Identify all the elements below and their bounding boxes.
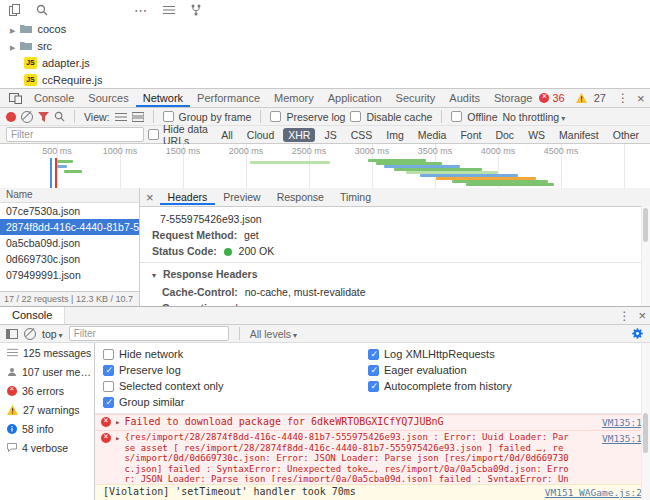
tab-console-drawer[interactable]: Console <box>0 307 65 324</box>
fork-icon[interactable] <box>191 4 201 16</box>
filter-type-manifest[interactable]: Manifest <box>554 128 604 142</box>
sidebar-item-user-messages[interactable]: 107 user messages <box>0 362 94 381</box>
network-overview-timeline[interactable]: 500 ms 1000 ms 1500 ms 2000 ms 2500 ms 3… <box>0 144 650 189</box>
search-icon[interactable] <box>54 111 65 122</box>
console-sidebar-toggle-icon[interactable] <box>6 329 18 339</box>
clear-icon[interactable] <box>21 111 33 123</box>
disable-cache-checkbox[interactable] <box>350 111 361 122</box>
tab-timing[interactable]: Timing <box>332 189 379 205</box>
network-filter-input[interactable] <box>6 127 144 142</box>
scrollbar-thumb[interactable] <box>643 208 648 242</box>
request-row[interactable]: 07ce7530a.json <box>0 203 139 219</box>
kebab-menu-icon[interactable] <box>614 309 634 323</box>
view-large-rows-icon[interactable] <box>132 112 144 122</box>
filter-type-js[interactable]: JS <box>319 128 341 142</box>
sidebar-item-all-messages[interactable]: 125 messages <box>0 343 94 362</box>
filter-type-ws[interactable]: WS <box>523 128 550 142</box>
setting-autocomplete-from-history[interactable]: Autocomplete from history <box>368 378 512 394</box>
scrollbar[interactable] <box>641 343 650 500</box>
group-by-frame-checkbox[interactable] <box>163 111 174 122</box>
scrollbar[interactable] <box>641 206 650 306</box>
tab-response[interactable]: Response <box>269 189 332 205</box>
request-row[interactable]: 0d669730c.json <box>0 251 139 267</box>
sidebar-item-warnings[interactable]: 27 warnings <box>0 400 94 419</box>
tab-audits[interactable]: Audits <box>442 90 487 107</box>
autocomplete-from-history-checkbox[interactable] <box>368 381 379 392</box>
sidebar-item-verbose[interactable]: 4 verbose <box>0 438 94 457</box>
selected-context-only-checkbox[interactable] <box>103 381 114 392</box>
tab-performance[interactable]: Performance <box>190 90 267 107</box>
filter-type-css[interactable]: CSS <box>346 128 378 142</box>
context-dropdown[interactable]: top <box>42 328 63 340</box>
request-row[interactable]: 0a5cba09d.json <box>0 235 139 251</box>
console-message-error-object[interactable]: {res/import/28/2874f8dd-416c-4440-81b7-5… <box>95 430 650 484</box>
log-levels-dropdown[interactable]: All levels <box>250 328 297 340</box>
tab-sources[interactable]: Sources <box>81 90 135 107</box>
sidebar-item-info[interactable]: 58 info <box>0 419 94 438</box>
setting-log-xmlhttprequests[interactable]: Log XMLHttpRequests <box>368 346 512 362</box>
group-similar-checkbox[interactable] <box>103 397 114 408</box>
console-message-error[interactable]: Failed to download package for 6dkeWRTOB… <box>95 414 650 430</box>
scrollbar-thumb[interactable] <box>643 413 648 453</box>
tree-item-file[interactable]: JS ccRequire.js <box>0 71 650 88</box>
tab-security[interactable]: Security <box>389 90 443 107</box>
expand-triangle-icon[interactable] <box>10 23 15 35</box>
tab-headers[interactable]: Headers <box>160 189 216 205</box>
tree-item-folder[interactable]: src <box>0 37 650 54</box>
source-link[interactable]: VM135:1 <box>602 417 642 429</box>
eager-evaluation-checkbox[interactable] <box>368 365 379 376</box>
setting-preserve-log[interactable]: Preserve log <box>103 362 368 378</box>
request-row[interactable]: 079499991.json <box>0 267 139 283</box>
close-icon[interactable] <box>634 308 650 323</box>
tree-item-folder[interactable]: cocos <box>0 20 650 37</box>
source-link[interactable]: VM151 WAGame.js:2 <box>545 487 642 499</box>
tab-application[interactable]: Application <box>321 90 389 107</box>
setting-selected-context-only[interactable]: Selected context only <box>103 378 368 394</box>
filter-type-xhr[interactable]: XHR <box>283 128 315 142</box>
response-headers-title[interactable]: Response Headers <box>163 268 258 280</box>
setting-eager-evaluation[interactable]: Eager evaluation <box>368 362 512 378</box>
expand-triangle-icon[interactable] <box>115 432 120 444</box>
request-row-selected[interactable]: 2874f8dd-416c-4440-81b7-5... <box>0 219 139 235</box>
console-message-violation[interactable]: [Violation] 'setTimeout' handler took 70… <box>95 484 650 500</box>
close-details-icon[interactable] <box>140 190 160 205</box>
filter-type-all[interactable]: All <box>216 128 238 142</box>
requests-name-header[interactable]: Name <box>0 188 139 203</box>
tree-item-file[interactable]: JS adapter.js <box>0 54 650 71</box>
record-button[interactable] <box>6 112 16 122</box>
tab-preview[interactable]: Preview <box>215 189 268 205</box>
filter-type-doc[interactable]: Doc <box>490 128 519 142</box>
device-toolbar-icon[interactable] <box>4 93 27 104</box>
copy-icon[interactable] <box>9 4 20 16</box>
tab-storage[interactable]: Storage <box>487 90 540 107</box>
preserve-log-checkbox[interactable] <box>103 365 114 376</box>
tab-network[interactable]: Network <box>136 90 190 107</box>
source-link[interactable]: VM135:1 <box>602 433 642 445</box>
log-xmlhttprequests-checkbox[interactable] <box>368 349 379 360</box>
filter-type-cloud[interactable]: Cloud <box>242 128 279 142</box>
clear-console-icon[interactable] <box>24 328 36 340</box>
kebab-menu-icon[interactable] <box>613 91 633 105</box>
sidebar-item-errors[interactable]: 36 errors <box>0 381 94 400</box>
tab-memory[interactable]: Memory <box>267 90 321 107</box>
view-list-icon[interactable] <box>115 112 127 122</box>
filter-type-media[interactable]: Media <box>413 128 452 142</box>
filter-type-img[interactable]: Img <box>381 128 409 142</box>
collapse-triangle-icon[interactable] <box>152 268 160 280</box>
console-filter-input[interactable] <box>69 326 229 341</box>
tab-console[interactable]: Console <box>27 90 81 107</box>
filter-type-font[interactable]: Font <box>455 128 486 142</box>
console-settings-gear-icon[interactable] <box>631 327 644 340</box>
hide-network-checkbox[interactable] <box>103 349 114 360</box>
search-icon[interactable] <box>36 4 48 16</box>
filter-funnel-icon[interactable] <box>38 112 49 122</box>
list-icon[interactable] <box>163 5 175 15</box>
hide-data-urls-checkbox[interactable] <box>148 129 159 140</box>
offline-checkbox[interactable] <box>451 111 462 122</box>
expand-triangle-icon[interactable] <box>10 40 15 52</box>
setting-group-similar[interactable]: Group similar <box>103 394 368 410</box>
close-icon[interactable] <box>633 91 649 106</box>
setting-hide-network[interactable]: Hide network <box>103 346 368 362</box>
filter-type-other[interactable]: Other <box>608 128 644 142</box>
expand-triangle-icon[interactable] <box>115 416 120 428</box>
